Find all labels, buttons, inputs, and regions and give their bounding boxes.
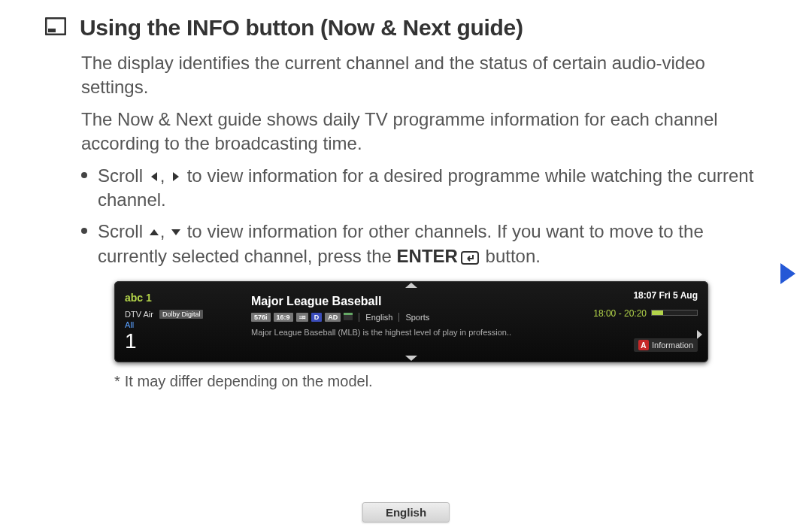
genre: Sports xyxy=(405,313,429,322)
progress-fill xyxy=(652,310,663,315)
progress-bar xyxy=(651,310,698,316)
intro-para-2: The Now & Next guide shows daily TV prog… xyxy=(81,108,774,156)
svg-rect-4 xyxy=(344,315,353,320)
comma: , xyxy=(160,221,170,241)
svg-rect-1 xyxy=(48,29,56,32)
programme-title: Major League Baseball xyxy=(251,295,556,308)
asterisk-icon: * xyxy=(114,373,120,389)
chevron-right-icon[interactable] xyxy=(697,330,702,339)
comma: , xyxy=(160,165,170,186)
footnote-text: It may differ depending on the model. xyxy=(125,373,373,389)
aspect-badge: 16:9 xyxy=(274,313,293,322)
ad-badge: AD xyxy=(325,313,341,322)
bullet1-text: to view information for a desired progra… xyxy=(98,165,753,210)
channel-number: 1 xyxy=(125,331,238,352)
chevron-down-icon[interactable] xyxy=(405,356,417,361)
arrow-right-icon xyxy=(170,171,182,183)
bullet-scroll-lr: Scroll , to view information for a desir… xyxy=(81,164,774,213)
arrow-down-icon xyxy=(170,226,182,238)
page-title: Using the INFO button (Now & Next guide) xyxy=(80,15,523,41)
bullet-scroll-ud: Scroll , to view information for other c… xyxy=(81,220,774,271)
intro-para-1: The display identifies the current chann… xyxy=(81,51,774,100)
signal-type: DTV Air xyxy=(125,310,153,319)
subtitle-badge: ≡¤ xyxy=(296,313,308,322)
section-icon xyxy=(45,17,66,38)
bullet-dot-icon xyxy=(81,172,87,178)
audio-lang: English xyxy=(365,313,392,322)
svg-rect-3 xyxy=(344,313,353,315)
channel-name: abc 1 xyxy=(125,292,238,304)
arrow-left-icon xyxy=(148,171,160,183)
bullet2-post: button. xyxy=(480,246,541,266)
bullet-dot-icon xyxy=(81,228,87,234)
page-next-arrow-icon[interactable] xyxy=(780,263,795,284)
clock: 18:07 Fri 5 Aug xyxy=(633,290,698,301)
separator xyxy=(359,313,359,322)
d-badge: D xyxy=(311,313,323,322)
resolution-badge: 576i xyxy=(251,313,271,322)
info-osd-panel: abc 1 DTV Air Dolby Digital All 1 Major … xyxy=(114,281,708,362)
programme-timespan: 18:00 - 20:20 xyxy=(593,308,647,319)
separator xyxy=(398,313,399,322)
red-a-key-icon: A xyxy=(638,340,649,350)
arrow-up-icon xyxy=(148,226,160,238)
information-button[interactable]: A Information xyxy=(634,338,698,352)
color-swatch-icon xyxy=(344,313,353,322)
dolby-badge: Dolby Digital xyxy=(159,310,204,319)
all-link[interactable]: All xyxy=(125,320,238,329)
enter-icon xyxy=(461,247,479,271)
bullet2-pre: Scroll xyxy=(98,221,148,241)
information-label: Information xyxy=(652,341,693,350)
programme-description: Major League Baseball (MLB) is the highe… xyxy=(251,328,556,337)
programme-badges: 576i 16:9 ≡¤ D AD English Sports xyxy=(251,313,556,322)
chevron-up-icon[interactable] xyxy=(405,283,417,288)
footnote: *It may differ depending on the model. xyxy=(114,373,774,390)
enter-label: ENTER xyxy=(397,246,458,266)
language-tab[interactable]: English xyxy=(362,502,450,522)
bullet1-pre: Scroll xyxy=(98,165,148,186)
